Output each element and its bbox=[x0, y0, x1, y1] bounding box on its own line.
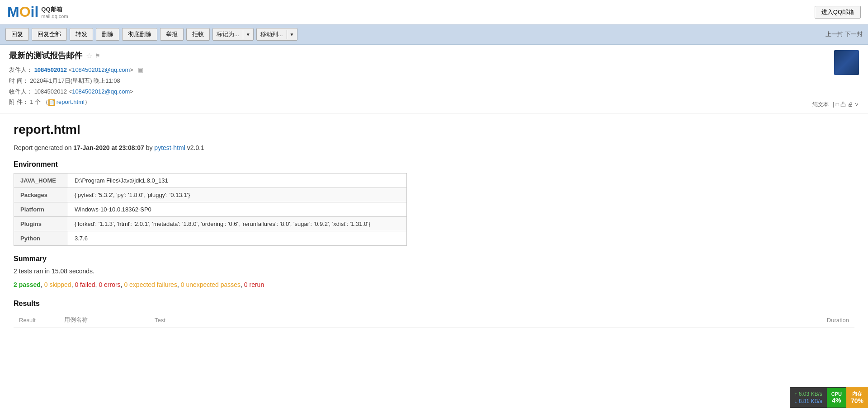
delete-permanent-button[interactable]: 彻底删除 bbox=[122, 28, 157, 41]
results-section-title: Results bbox=[14, 300, 854, 308]
email-to: 收件人： 1084502012 <1084502012@qq.com> bbox=[9, 87, 859, 97]
env-row: Plugins{'forked': '1.1.3', 'html': '2.0.… bbox=[14, 217, 407, 231]
from-name: 1084502012 bbox=[34, 66, 67, 73]
upload-speed: ↑ 6.03 KB/s bbox=[794, 391, 822, 397]
col-test: Test bbox=[149, 312, 764, 328]
env-row: PlatformWindows-10-10.0.18362-SP0 bbox=[14, 202, 407, 217]
report-button[interactable]: 举报 bbox=[160, 28, 184, 41]
summary-text: 2 tests ran in 15.08 seconds. bbox=[14, 267, 854, 275]
generated-prefix: Report generated on bbox=[14, 144, 73, 151]
plain-text-option[interactable]: 纯文本 bbox=[812, 101, 829, 108]
rerun-count: 0 rerun bbox=[244, 281, 264, 288]
to-email-link[interactable]: 1084502012@qq.com bbox=[72, 88, 130, 95]
view-options-icons: | □ 凸 🖨 ∨ bbox=[833, 101, 859, 108]
summary-section-title: Summary bbox=[14, 255, 854, 263]
email-time: 时 间： 2020年1月17日(星期五) 晚上11:08 bbox=[9, 76, 859, 86]
env-value: D:\Program Files\Java\jdk1.8.0_131 bbox=[68, 174, 407, 188]
environment-section-title: Environment bbox=[14, 160, 854, 169]
generated-date: 17-Jan-2020 at 23:08:07 bbox=[73, 144, 144, 151]
time-label: 时 间： bbox=[9, 77, 28, 84]
nav-arrows: 上一封 下一封 bbox=[826, 30, 863, 38]
environment-table: JAVA_HOMED:\Program Files\Java\jdk1.8.0_… bbox=[14, 173, 407, 246]
email-attachment: 附 件： 1 个 （📄report.html） bbox=[9, 98, 859, 107]
flag-icon[interactable]: ⚑ bbox=[95, 52, 100, 59]
network-stats: ↑ 6.03 KB/s ↓ 8.81 KB/s bbox=[790, 388, 826, 407]
reply-all-button[interactable]: 回复全部 bbox=[32, 28, 67, 41]
env-value: {'pytest': '5.3.2', 'py': '1.8.0', 'plug… bbox=[68, 188, 407, 202]
passed-count: 2 passed bbox=[14, 281, 41, 288]
reject-button[interactable]: 拒收 bbox=[186, 28, 210, 41]
attachment-link[interactable]: report.html bbox=[57, 98, 85, 105]
env-value: 3.7.6 bbox=[68, 231, 407, 246]
env-row: Packages{'pytest': '5.3.2', 'py': '1.8.0… bbox=[14, 188, 407, 202]
env-key: JAVA_HOME bbox=[14, 174, 68, 188]
environment-table-body: JAVA_HOMED:\Program Files\Java\jdk1.8.0_… bbox=[14, 174, 407, 246]
col-duration: Duration bbox=[764, 312, 854, 328]
email-view-options: 纯文本 | □ 凸 🖨 ∨ bbox=[810, 101, 859, 108]
top-bar: M O il QQ邮箱 mail.qq.com 进入QQ邮箱 bbox=[0, 0, 868, 24]
mark-as-label: 标记为... bbox=[213, 28, 243, 40]
email-from: 发件人： 1084502012 <1084502012@qq.com> ▣ bbox=[9, 66, 859, 75]
download-speed: ↓ 8.81 KB/s bbox=[794, 398, 822, 404]
attach-label: 附 件： bbox=[9, 98, 28, 105]
env-key: Platform bbox=[14, 202, 68, 217]
mail-qq-text: mail.qq.com bbox=[41, 14, 68, 19]
env-value: Windows-10-10.0.18362-SP0 bbox=[68, 202, 407, 217]
move-to-arrow-icon: ▼ bbox=[287, 30, 297, 39]
memory-box: 内存 70% bbox=[846, 387, 868, 408]
mark-as-arrow-icon: ▼ bbox=[243, 30, 253, 39]
generated-by: by bbox=[144, 144, 155, 151]
cpu-label: CPU bbox=[831, 391, 842, 397]
email-subject: 最新的测试报告邮件 bbox=[9, 50, 82, 61]
skipped-count: 0 skipped bbox=[44, 281, 71, 288]
enter-qq-button[interactable]: 进入QQ邮箱 bbox=[815, 6, 861, 19]
delete-button[interactable]: 删除 bbox=[96, 28, 119, 41]
cpu-box: CPU 4% bbox=[827, 388, 846, 408]
forward-button[interactable]: 转发 bbox=[70, 28, 93, 41]
status-bar: ↑ 6.03 KB/s ↓ 8.81 KB/s CPU 4% 内存 70% bbox=[790, 387, 868, 408]
to-name: 1084502012 bbox=[34, 88, 67, 95]
col-yongli: 用例名称 bbox=[59, 312, 149, 328]
time-value: 2020年1月17日(星期五) 晚上11:08 bbox=[30, 77, 120, 84]
qq-mailbox-text: QQ邮箱 bbox=[41, 5, 68, 14]
unexpected-passes-count: 0 unexpected passes bbox=[181, 281, 241, 288]
logo: M O il QQ邮箱 mail.qq.com bbox=[7, 4, 68, 20]
env-row: Python3.7.6 bbox=[14, 231, 407, 246]
results-header-row: Result 用例名称 Test Duration bbox=[14, 312, 854, 328]
reply-button[interactable]: 回复 bbox=[5, 28, 29, 41]
email-header: 最新的测试报告邮件 ☆ ⚑ 发件人： 1084502012 <108450201… bbox=[0, 45, 868, 113]
pytest-html-link[interactable]: pytest-html bbox=[154, 144, 185, 151]
to-label: 收件人： bbox=[9, 88, 33, 95]
cpu-value: 4% bbox=[832, 397, 841, 404]
results-table: Result 用例名称 Test Duration bbox=[14, 312, 854, 328]
mark-as-dropdown[interactable]: 标记为... ▼ bbox=[212, 28, 254, 41]
star-icon[interactable]: ☆ bbox=[86, 52, 92, 60]
from-email-link[interactable]: 1084502012@qq.com bbox=[72, 66, 130, 73]
avatar bbox=[834, 50, 859, 75]
report-title: report.html bbox=[14, 122, 854, 137]
pytest-html-version: v2.0.1 bbox=[185, 144, 204, 151]
move-to-label: 移动到... bbox=[257, 28, 287, 40]
failed-count: 0 failed bbox=[75, 281, 95, 288]
summary-results: 2 passed, 0 skipped, 0 failed, 0 errors,… bbox=[14, 279, 854, 291]
email-subject-line: 最新的测试报告邮件 ☆ ⚑ bbox=[9, 50, 859, 61]
errors-count: 0 errors bbox=[99, 281, 120, 288]
memory-label: 内存 bbox=[852, 390, 862, 397]
move-to-dropdown[interactable]: 移动到... ▼ bbox=[256, 28, 297, 41]
from-label: 发件人： bbox=[9, 66, 33, 73]
logo-area: M O il QQ邮箱 mail.qq.com bbox=[7, 4, 68, 20]
report-generated: Report generated on 17-Jan-2020 at 23:08… bbox=[14, 144, 854, 151]
memory-value: 70% bbox=[851, 397, 863, 404]
col-result: Result bbox=[14, 312, 59, 328]
expected-failures-count: 0 expected failures bbox=[124, 281, 177, 288]
attach-file-icon: 📄 bbox=[48, 99, 55, 106]
results-table-header: Result 用例名称 Test Duration bbox=[14, 312, 854, 328]
env-row: JAVA_HOMED:\Program Files\Java\jdk1.8.0_… bbox=[14, 174, 407, 188]
toolbar: 回复 回复全部 转发 删除 彻底删除 举报 拒收 标记为... ▼ 移动到...… bbox=[0, 24, 868, 45]
env-key: Plugins bbox=[14, 217, 68, 231]
env-value: {'forked': '1.1.3', 'html': '2.0.1', 'me… bbox=[68, 217, 407, 231]
attach-count: 1 个 bbox=[30, 98, 41, 105]
expand-icon[interactable]: ▣ bbox=[138, 66, 143, 73]
env-key: Python bbox=[14, 231, 68, 246]
main-content: report.html Report generated on 17-Jan-2… bbox=[0, 113, 868, 369]
